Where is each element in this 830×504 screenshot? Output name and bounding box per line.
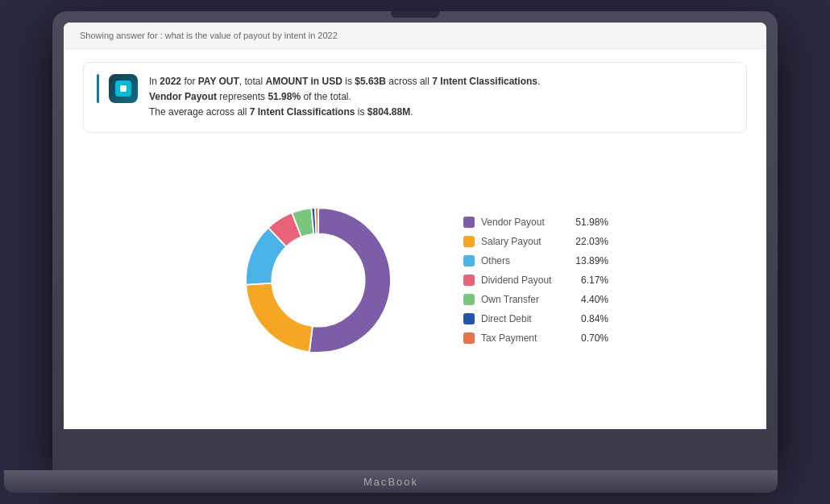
legend-percentage: 0.84% <box>572 313 608 324</box>
legend-percentage: 51.98% <box>572 217 608 228</box>
legend-color-box <box>463 236 475 247</box>
answer-count: 7 <box>432 76 438 87</box>
legend-label: Own Transfer <box>481 294 566 305</box>
answer-vendor-label: Vendor Payout <box>149 91 217 102</box>
chart-area: Vendor Payout51.98%Salary Payout22.03%Ot… <box>83 144 747 416</box>
legend-percentage: 4.40% <box>572 294 608 305</box>
query-text: what is the value of payout by intent in… <box>165 31 338 40</box>
query-prefix: Showing answer for : <box>80 31 163 40</box>
legend-percentage: 6.17% <box>572 275 608 286</box>
legend-item: Vendor Payout51.98% <box>463 217 608 228</box>
webcam-notch <box>391 11 439 18</box>
laptop-frame: Showing answer for : what is the value o… <box>28 11 802 493</box>
answer-line2: Vendor Payout represents 51.98% of the t… <box>149 89 540 105</box>
content-area: In 2022 for PAY OUT, total AMOUNT in USD… <box>64 49 766 429</box>
accent-bar <box>97 74 99 103</box>
legend-label: Direct Debit <box>481 313 566 324</box>
legend-label: Dividend Payout <box>481 275 566 286</box>
legend-label: Vendor Payout <box>481 217 566 228</box>
legend-color-box <box>463 275 475 286</box>
legend-percentage: 22.03% <box>572 236 608 247</box>
legend-item: Dividend Payout6.17% <box>463 275 608 286</box>
avatar <box>109 74 138 103</box>
answer-classification-label: Intent Classifications <box>440 76 537 87</box>
legend-item: Tax Payment0.70% <box>463 333 608 344</box>
donut-segment <box>315 208 318 233</box>
legend-item: Salary Payout22.03% <box>463 236 608 247</box>
donut-segment <box>309 208 391 353</box>
legend-percentage: 0.70% <box>572 333 608 344</box>
answer-year: 2022 <box>160 76 181 87</box>
legend-item: Others13.89% <box>463 255 608 266</box>
legend-label: Tax Payment <box>481 333 566 344</box>
legend-label: Others <box>481 255 566 266</box>
legend-color-box <box>463 294 475 305</box>
answer-7-classifications: 7 Intent Classifications <box>250 106 355 118</box>
laptop-lid: Showing answer for : what is the value o… <box>52 11 778 470</box>
donut-svg <box>222 184 415 377</box>
left-accent-group <box>97 74 138 103</box>
answer-vendor-pct: 51.98% <box>268 91 301 102</box>
avatar-dot <box>120 85 127 92</box>
query-bar: Showing answer for : what is the value o… <box>64 23 766 49</box>
legend-item: Direct Debit0.84% <box>463 313 608 324</box>
answer-avg: $804.88M <box>367 106 410 118</box>
answer-card: In 2022 for PAY OUT, total AMOUNT in USD… <box>83 62 747 133</box>
donut-chart <box>222 184 415 377</box>
answer-line3: The average across all 7 Intent Classifi… <box>149 105 540 120</box>
avatar-icon <box>115 81 131 97</box>
legend-percentage: 13.89% <box>572 255 608 266</box>
macbook-label: MacBook <box>363 476 418 488</box>
donut-segment <box>246 283 313 352</box>
laptop-screen: Showing answer for : what is the value o… <box>64 23 766 429</box>
laptop-base: MacBook <box>4 470 778 493</box>
legend-color-box <box>463 313 475 324</box>
legend-item: Own Transfer4.40% <box>463 294 608 305</box>
answer-line1: In 2022 for PAY OUT, total AMOUNT in USD… <box>149 74 540 89</box>
answer-category: PAY OUT <box>198 76 239 87</box>
legend-color-box <box>463 333 475 344</box>
answer-text: In 2022 for PAY OUT, total AMOUNT in USD… <box>149 74 540 121</box>
legend-label: Salary Payout <box>481 236 566 247</box>
answer-amount: $5.63B <box>355 76 386 87</box>
answer-amount-label: AMOUNT in USD <box>266 76 342 87</box>
legend: Vendor Payout51.98%Salary Payout22.03%Ot… <box>463 217 608 344</box>
legend-color-box <box>463 255 475 266</box>
legend-color-box <box>463 217 475 228</box>
